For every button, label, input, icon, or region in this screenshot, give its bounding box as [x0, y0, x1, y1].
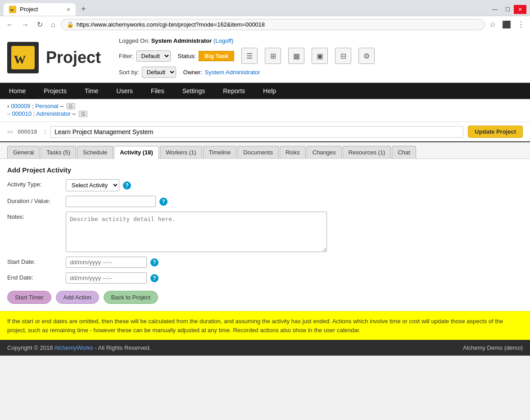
tab-tasks--5-[interactable]: Tasks (5)	[41, 146, 76, 158]
info-banner-text: If the start or end dates are omitted, t…	[7, 318, 503, 334]
back-to-project-button[interactable]: Back to Project	[104, 291, 158, 304]
tab-bar: GeneralTasks (5)ScheduleActivity (18)Wor…	[0, 142, 530, 159]
tab-risks[interactable]: Risks	[280, 146, 306, 158]
project-row: ››› 000018: Update Project	[0, 122, 530, 142]
sort-select[interactable]: Default	[142, 67, 176, 78]
sort-label: Sort by:	[119, 69, 139, 76]
filter-select[interactable]: Default	[136, 50, 171, 62]
view-icon-4[interactable]: ▣	[312, 48, 328, 64]
filter-label: Filter:	[119, 53, 134, 59]
duration-label: Duration / Value:	[7, 196, 66, 204]
project-name-input[interactable]	[50, 126, 463, 138]
tab-workers--1-[interactable]: Workers (1)	[160, 146, 202, 158]
nav-item-nav-settings[interactable]: Settings	[173, 83, 214, 99]
breadcrumb-l2-g[interactable]: G	[79, 111, 87, 117]
tab-chat[interactable]: Chat	[392, 146, 416, 158]
secure-icon: 🔒	[67, 21, 74, 28]
owner-link[interactable]: System Administrator	[205, 69, 260, 76]
bookmark-button[interactable]: ☆	[488, 19, 498, 30]
site-footer: Copyright © 2018 AlchemyWorks - All Righ…	[0, 340, 530, 356]
breadcrumb-l1-g[interactable]: G	[67, 103, 75, 109]
view-icon-3[interactable]: ▦	[288, 48, 304, 64]
notes-textarea[interactable]	[66, 212, 327, 252]
new-tab-button[interactable]: +	[77, 3, 90, 16]
nav-item-nav-users[interactable]: Users	[108, 83, 142, 99]
tab-resources--1-[interactable]: Resources (1)	[343, 146, 391, 158]
tab-title: Project	[20, 6, 38, 13]
username: System Administrator	[151, 37, 212, 44]
nav-item-nav-help[interactable]: Help	[254, 83, 285, 99]
site-logo: w	[7, 42, 39, 73]
tab-documents[interactable]: Documents	[237, 146, 279, 158]
copyright-text: Copyright © 2018	[7, 344, 53, 351]
status-badge: Big Task	[199, 51, 234, 61]
logged-on-label: Logged On:	[119, 37, 149, 44]
window-minimize-button[interactable]: —	[489, 5, 501, 14]
end-date-help-icon[interactable]: ?	[150, 274, 159, 282]
back-button[interactable]: ←	[4, 20, 16, 30]
window-maximize-button[interactable]: ☐	[501, 5, 514, 14]
breadcrumbs: › 000009 : Personal – G ·· 000010 : Admi…	[0, 99, 530, 122]
info-banner: If the start or end dates are omitted, t…	[0, 311, 530, 340]
address-bar[interactable]: 🔒	[61, 19, 485, 30]
owner-label: Owner:	[183, 69, 202, 76]
update-project-button[interactable]: Update Project	[468, 126, 523, 138]
breadcrumb-l1-id[interactable]: 000009	[11, 103, 30, 109]
svg-text:w: w	[14, 49, 26, 67]
nav-item-nav-reports[interactable]: Reports	[214, 83, 254, 99]
add-action-button[interactable]: Add Action	[56, 291, 99, 304]
home-button[interactable]: ⌂	[48, 20, 58, 30]
tab-close-button[interactable]: ×	[67, 6, 70, 13]
window-close-button[interactable]: ✕	[514, 5, 526, 14]
project-depth-label: ›››	[7, 128, 13, 135]
tab-favicon: w	[9, 6, 16, 13]
duration-help-icon[interactable]: ?	[159, 198, 168, 206]
svg-text:w: w	[10, 7, 14, 12]
notes-label: Notes:	[7, 212, 66, 220]
start-date-input[interactable]	[66, 257, 147, 268]
rights-text: - All Rights Reserved.	[95, 344, 151, 351]
nav-item-nav-projects[interactable]: Projects	[35, 83, 76, 99]
forward-button[interactable]: →	[19, 20, 32, 30]
tab-general[interactable]: General	[7, 146, 40, 158]
start-timer-button[interactable]: Start Timer	[7, 291, 51, 304]
nav-item-nav-home[interactable]: Home	[0, 83, 35, 99]
activity-type-help-icon[interactable]: ?	[123, 181, 131, 190]
section-title: Add Project Activity	[7, 166, 523, 174]
breadcrumb-l2-prefix: ··	[7, 110, 10, 117]
browser-menu-button[interactable]: ⋮	[516, 19, 526, 30]
start-date-help-icon[interactable]: ?	[150, 258, 159, 266]
tab-timeline[interactable]: Timeline	[203, 146, 237, 158]
status-label: Status:	[178, 53, 196, 59]
duration-input[interactable]	[66, 196, 156, 207]
view-icon-2[interactable]: ⊞	[265, 48, 281, 64]
start-date-label: Start Date:	[7, 257, 66, 265]
nav-item-nav-time[interactable]: Time	[76, 83, 108, 99]
main-navigation: HomeProjectsTimeUsersFilesSettingsReport…	[0, 83, 530, 99]
breadcrumb-l1-prefix: ›	[7, 103, 9, 109]
url-input[interactable]	[77, 21, 479, 28]
browser-tab[interactable]: w Project ×	[4, 3, 76, 16]
demo-label: Alchemy Demo (demo)	[463, 344, 523, 351]
extensions-button[interactable]: ⬛	[500, 19, 513, 30]
breadcrumb-l2-name[interactable]: Administrator	[36, 110, 71, 117]
project-id: 000018	[18, 128, 37, 135]
tab-changes[interactable]: Changes	[307, 146, 342, 158]
breadcrumb-l2-id[interactable]: 000010	[12, 110, 32, 117]
view-icon-1[interactable]: ☰	[241, 48, 258, 64]
tab-activity--18-[interactable]: Activity (18)	[114, 146, 159, 159]
site-title: Project	[46, 48, 101, 67]
company-link[interactable]: AlchemyWorks	[54, 344, 93, 351]
logoff-link[interactable]: (Logoff)	[213, 37, 234, 44]
end-date-label: End Date:	[7, 272, 66, 281]
nav-item-nav-files[interactable]: Files	[142, 83, 173, 99]
breadcrumb-l1-name[interactable]: Personal	[35, 103, 58, 109]
end-date-input[interactable]	[66, 272, 147, 284]
settings-icon[interactable]: ⚙	[358, 48, 375, 64]
tab-schedule[interactable]: Schedule	[77, 146, 113, 158]
activity-type-label: Activity Type:	[7, 179, 66, 188]
refresh-button[interactable]: ↻	[34, 19, 45, 30]
activity-type-select[interactable]: Select ActivityNoteTimeCostProgress	[66, 179, 119, 191]
view-icon-5[interactable]: ⊟	[335, 48, 351, 64]
